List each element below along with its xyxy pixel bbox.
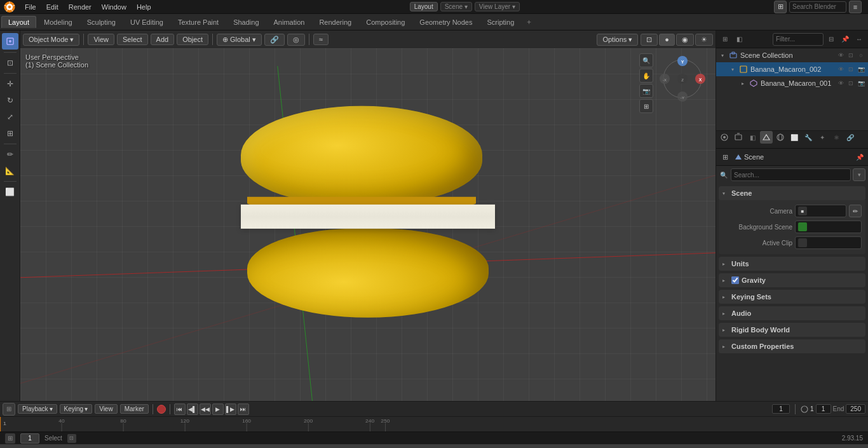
scene-selector[interactable]: Scene ▾ (440, 2, 472, 11)
prop-tab-particles[interactable]: ✦ (816, 131, 829, 144)
search-arrow-btn[interactable]: ▾ (853, 168, 865, 181)
marker-btn[interactable]: Marker (120, 404, 149, 414)
outliner-mode-icon[interactable]: ◧ (733, 33, 745, 46)
zoom-in-btn[interactable]: 🔍 (639, 53, 653, 67)
prop-tab-physics[interactable]: ⚛ (830, 131, 843, 144)
vp-select-btn[interactable]: Select (117, 34, 148, 45)
menu-file[interactable]: File (20, 2, 41, 12)
status-left-icon[interactable]: ⊞ (5, 433, 15, 444)
scale-tool[interactable]: ⤢ (3, 109, 18, 125)
collection-expand[interactable]: ▾ (719, 51, 726, 59)
camera-edit-btn[interactable]: ✏ (849, 205, 862, 217)
play-reverse-btn[interactable]: ◀◀ (200, 404, 211, 415)
menu-render[interactable]: Render (64, 2, 96, 12)
vp-object-btn[interactable]: Object (177, 34, 208, 45)
macaron002-expand[interactable]: ▾ (729, 65, 736, 73)
snap-btn[interactable]: 🔗 (264, 34, 285, 46)
prop-tab-render[interactable] (718, 131, 731, 144)
gravity-checkbox[interactable] (731, 276, 739, 284)
rendered-btn[interactable]: ☀ (695, 34, 713, 46)
rotate-tool[interactable]: ↻ (3, 93, 18, 108)
macaron001-expand[interactable]: ▸ (739, 79, 747, 87)
macaron002-eye-icon[interactable]: 👁 (836, 65, 845, 74)
pin-icon[interactable]: 📌 (839, 33, 851, 46)
prop-tab-modifier[interactable]: 🔧 (802, 131, 815, 144)
tab-texture-paint[interactable]: Texture Paint (171, 16, 226, 28)
transform-tool[interactable]: ⊞ (3, 126, 18, 141)
wireframe-btn[interactable]: ⊡ (641, 34, 658, 46)
editor-type-btn[interactable]: ⊞ (774, 1, 787, 13)
macaron001-eye-icon[interactable]: 👁 (836, 79, 845, 88)
outliner-item-macaron-001[interactable]: ▸ Banana_Macaron_001 👁 ⊡ 📷 (716, 76, 868, 90)
frame-time-btn[interactable] (801, 405, 808, 413)
macaron002-camera-icon[interactable]: 📷 (857, 65, 865, 74)
prop-tab-view-layer[interactable]: ◧ (746, 131, 759, 144)
macaron001-select-icon[interactable]: ⊡ (846, 79, 855, 88)
tab-shading[interactable]: Shading (226, 16, 266, 28)
proportional-edit-btn[interactable]: ◎ (287, 34, 305, 46)
material-preview-btn[interactable]: ◉ (676, 34, 694, 46)
prop-tab-constraints[interactable]: 🔗 (844, 131, 857, 144)
move-tool[interactable]: ✛ (3, 76, 18, 92)
mode-selector[interactable] (2, 33, 18, 50)
prop-tab-object[interactable]: ⬜ (788, 131, 801, 144)
jump-start-btn[interactable]: ⏮ (174, 404, 186, 415)
pan-btn[interactable]: ✋ (639, 69, 653, 83)
play-btn[interactable]: ▶ (212, 404, 224, 415)
frame-selected-btn[interactable]: ⊞ (639, 99, 653, 113)
record-btn[interactable] (157, 405, 166, 414)
keying-sets-section-header[interactable]: ▸ Keying Sets (719, 290, 865, 304)
macaron001-camera-icon[interactable]: 📷 (857, 79, 865, 88)
collection-select-icon[interactable]: ⊡ (846, 51, 855, 60)
menu-window[interactable]: Window (97, 2, 131, 12)
background-scene-value[interactable] (795, 221, 862, 233)
start-frame-input[interactable]: 1 (816, 404, 831, 414)
timeline-editor-type[interactable]: ⊞ (3, 403, 15, 416)
menu-help[interactable]: Help (132, 2, 156, 12)
prop-tab-scene[interactable] (760, 131, 773, 144)
view-layer-selector[interactable]: View Layer ▾ (475, 2, 520, 11)
audio-section-header[interactable]: ▸ Audio (719, 306, 865, 320)
overlay-mode-btn[interactable]: Options ▾ (597, 34, 638, 46)
annotate-tool[interactable]: ✏ (3, 147, 18, 162)
tab-modeling[interactable]: Modeling (37, 16, 79, 28)
scene-section-header[interactable]: ▾ Scene (719, 186, 865, 200)
tab-compositing[interactable]: Compositing (359, 16, 412, 28)
measure-tool[interactable]: 📐 (3, 163, 18, 179)
outliner-filter-input[interactable] (773, 33, 824, 46)
sync-icon[interactable]: ↔ (853, 33, 865, 46)
select-box-tool[interactable]: ⊡ (3, 55, 18, 71)
solid-btn[interactable]: ● (659, 34, 675, 46)
step-forward-btn[interactable]: ▌▶ (225, 404, 236, 415)
prop-tab-world[interactable] (774, 131, 787, 144)
collection-eye-icon[interactable]: 👁 (836, 51, 845, 60)
properties-editor-icon[interactable]: ⊞ (719, 151, 731, 163)
tab-uv-editing[interactable]: UV Editing (123, 16, 170, 28)
global-search[interactable] (789, 1, 846, 13)
step-back-btn[interactable]: ◀▌ (187, 404, 198, 415)
vp-add-btn[interactable]: Add (151, 34, 175, 45)
macaron002-select-icon[interactable]: ⊡ (846, 65, 855, 74)
active-clip-value[interactable] (795, 236, 862, 249)
gravity-section-header[interactable]: ▸ Gravity (719, 273, 865, 287)
tab-scripting[interactable]: Scripting (480, 16, 521, 28)
collection-hide-icon[interactable]: ○ (857, 51, 865, 60)
menu-edit[interactable]: Edit (42, 2, 63, 12)
outliner-item-macaron-002[interactable]: ▾ Banana_Macaron_002 👁 ⊡ 📷 (716, 62, 868, 76)
rigid-body-section-header[interactable]: ▸ Rigid Body World (719, 323, 865, 337)
viewport[interactable]: Object Mode ▾ View Select Add Object ⊕ G… (20, 31, 715, 401)
jump-end-btn[interactable]: ⏭ (238, 404, 249, 415)
add-workspace-btn[interactable]: ＋ (522, 15, 536, 29)
properties-pin[interactable]: 📌 (854, 151, 865, 163)
current-frame-display[interactable]: 1 (772, 404, 790, 414)
viewport-gizmo[interactable]: Y X -Y -X Z (657, 53, 708, 104)
editor-type-icon[interactable]: ⊞ (719, 33, 731, 46)
tab-animation[interactable]: Animation (267, 16, 312, 28)
properties-search-input[interactable] (731, 168, 851, 181)
outliner-item-collection[interactable]: ▾ Scene Collection 👁 ⊡ ○ (716, 48, 868, 62)
tab-geometry-nodes[interactable]: Geometry Nodes (412, 16, 479, 28)
filter-btn[interactable]: ≡ (849, 1, 862, 13)
playback-btn[interactable]: Playback ▾ (18, 404, 57, 414)
transform-orient-btn[interactable]: ⊕ Global ▾ (217, 34, 262, 46)
object-mode-btn[interactable]: Object Mode ▾ (23, 34, 79, 46)
